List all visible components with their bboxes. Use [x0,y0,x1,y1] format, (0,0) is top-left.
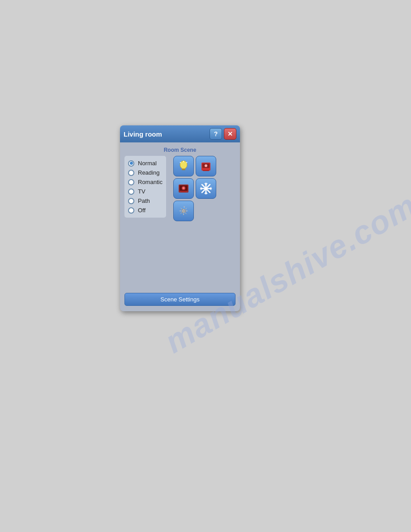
scene-icon-gear[interactable]: ← [173,201,194,221]
radio-circle-normal [128,160,134,167]
icons-grid: ← [173,156,216,221]
radio-label-off: Off [138,207,146,214]
svg-rect-2 [182,169,185,170]
radio-tv[interactable]: TV [128,187,163,196]
bulb-icon [174,156,193,176]
radio-circle-tv [128,189,134,195]
radio-path[interactable]: Path [128,196,163,206]
radio-label-tv: TV [138,188,146,195]
scene-content: Normal Reading Romantic TV Path [124,156,235,222]
radio-label-normal: Normal [138,160,157,167]
empty-area [124,222,235,285]
radio-circle-reading [128,170,134,176]
help-button[interactable]: ? [210,128,222,140]
scene-icon-device2[interactable] [173,178,194,199]
titlebar-buttons: ? ✕ [210,128,236,140]
scene-icon-device1[interactable] [196,156,216,176]
living-room-dialog: Living room ? ✕ Room Scene Normal Readin… [120,125,240,311]
radio-label-path: Path [138,197,150,204]
svg-rect-10 [203,170,209,171]
svg-rect-14 [181,191,186,192]
radio-label-reading: Reading [138,169,159,176]
radio-label-romantic: Romantic [138,179,163,185]
radio-reading[interactable]: Reading [128,168,163,177]
svg-point-16 [183,187,184,189]
bottom-bar: Scene Settings [120,289,240,311]
radio-off[interactable]: Off [128,206,163,215]
dialog-titlebar: Living room ? ✕ [120,125,240,142]
svg-rect-9 [207,169,209,170]
close-button[interactable]: ✕ [224,128,236,140]
snowflake-icon [196,179,216,198]
radio-circle-path [128,198,134,204]
red-arrow-indicator: ← [193,205,194,217]
scene-icon-snowflake[interactable] [196,178,216,199]
device2-icon [174,179,193,198]
dialog-title: Living room [124,130,162,138]
dialog-body: Room Scene Normal Reading Romantic [120,142,240,289]
radio-normal[interactable]: Normal [128,159,163,168]
scene-settings-button[interactable]: Scene Settings [124,293,235,306]
gear-icon [174,201,193,221]
device1-icon [196,156,216,176]
scene-options: Normal Reading Romantic TV Path [124,156,166,218]
svg-point-31 [182,210,185,212]
scene-icon-bulb[interactable] [173,156,194,176]
room-scene-label: Room Scene [124,147,235,153]
radio-circle-romantic [128,179,134,185]
svg-rect-8 [203,169,205,170]
svg-point-11 [205,164,207,167]
radio-romantic[interactable]: Romantic [128,177,163,187]
radio-circle-off [128,207,134,214]
